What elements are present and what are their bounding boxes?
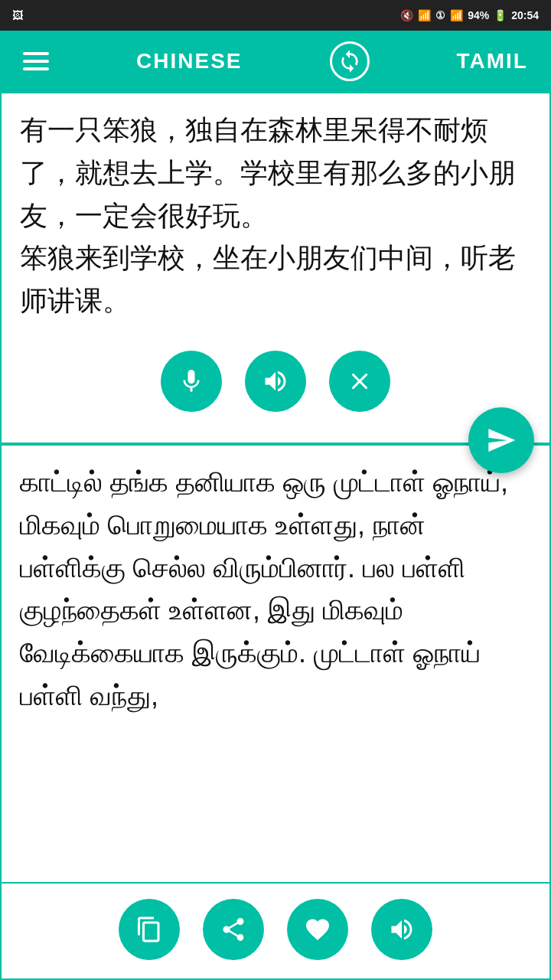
target-language-label[interactable]: TAMIL: [457, 49, 528, 74]
source-language-label[interactable]: CHINESE: [136, 49, 242, 74]
microphone-icon: [178, 368, 205, 395]
clear-icon: [346, 368, 373, 395]
mute-icon: 🔇: [400, 9, 413, 21]
share-icon: [220, 916, 247, 943]
microphone-button[interactable]: [161, 351, 222, 412]
sim-icon: ①: [435, 9, 445, 21]
status-bar: 🖼 🔇 📶 ① 📶 94% 🔋 20:54: [0, 0, 551, 31]
app-bar: CHINESE TAMIL: [0, 31, 551, 92]
status-bar-right: 🔇 📶 ① 📶 94% 🔋 20:54: [400, 9, 539, 21]
send-icon: [486, 425, 517, 456]
menu-button[interactable]: [23, 52, 49, 70]
time-display: 20:54: [511, 9, 539, 21]
content-area: 有一只笨狼，独自在森林里呆得不耐烦了，就想去上学。学校里有那么多的小朋友，一定会…: [0, 92, 551, 980]
signal-icon: 📶: [450, 9, 463, 21]
copy-icon: [135, 916, 163, 943]
swap-icon: [337, 49, 362, 74]
favorite-icon: [304, 916, 331, 943]
status-bar-left: 🖼: [12, 9, 23, 21]
source-text: 有一只笨狼，独自在森林里呆得不耐烦了，就想去上学。学校里有那么多的小朋友，一定会…: [20, 109, 531, 322]
favorite-button[interactable]: [287, 899, 348, 960]
photo-icon: 🖼: [12, 9, 23, 21]
source-text-panel[interactable]: 有一只笨狼，独自在森林里呆得不耐烦了，就想去上学。学校里有那么多的小朋友，一定会…: [0, 92, 551, 444]
swap-languages-button[interactable]: [330, 41, 370, 81]
battery-text: 94%: [468, 9, 489, 21]
share-button[interactable]: [203, 899, 264, 960]
wifi-icon: 📶: [418, 9, 431, 21]
speaker-button-target[interactable]: [371, 899, 432, 960]
speaker-icon-source: [262, 368, 289, 395]
target-text-panel: காட்டில் தங்க தனியாக ஒரு முட்டாள் ஓநாய்,…: [0, 444, 551, 884]
clear-button[interactable]: [329, 351, 390, 412]
source-controls: [20, 328, 531, 427]
copy-button[interactable]: [119, 899, 180, 960]
target-controls: [0, 884, 551, 980]
translate-fab-button[interactable]: [468, 407, 534, 473]
speaker-icon-target: [388, 916, 416, 943]
battery-icon: 🔋: [494, 9, 507, 21]
speaker-button-source[interactable]: [245, 351, 306, 412]
target-text: காட்டில் தங்க தனியாக ஒரு முட்டாள் ஓநாய்,…: [20, 461, 531, 717]
